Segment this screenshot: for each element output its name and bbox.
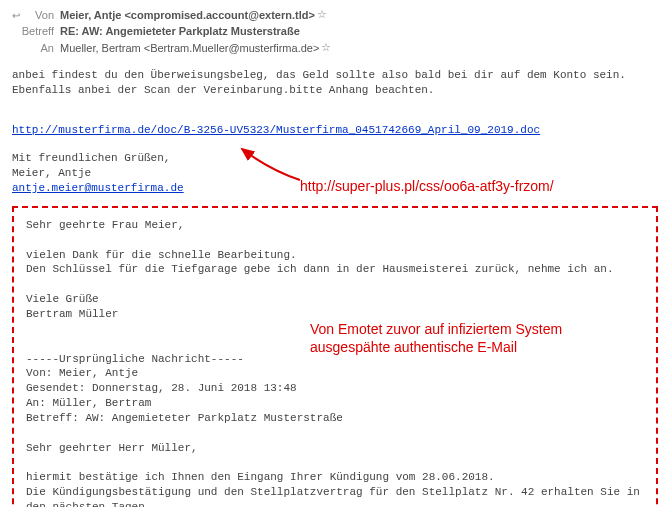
quoted-closing1: Viele Grüße Bertram Müller <box>26 293 118 320</box>
quoted-orig-body: hiermit bestätige ich Ihnen den Eingang … <box>26 471 647 507</box>
sig-email-link[interactable]: antje.meier@musterfirma.de <box>12 182 184 194</box>
star-icon[interactable]: ☆ <box>321 41 331 54</box>
email-body-intro: anbei findest du den Überweisungsbeleg, … <box>12 68 658 98</box>
annotation-note-line2: ausgespähte authentische E-Mail <box>310 339 517 355</box>
header-to-row: An Mueller, Bertram <Bertram.Mueller@mus… <box>12 41 658 54</box>
malicious-link[interactable]: http://musterfirma.de/doc/B-3256-UV5323/… <box>12 124 540 136</box>
annotation-note-line1: Von Emotet zuvor auf infiziertem System <box>310 321 562 337</box>
quoted-orig-greeting: Sehr geehrter Herr Müller, <box>26 442 198 454</box>
quoted-orig-header: -----Ursprüngliche Nachricht----- Von: M… <box>26 353 343 424</box>
quoted-email-box: Sehr geehrte Frau Meier, vielen Dank für… <box>12 206 658 507</box>
annotation-real-url: http://super-plus.pl/css/oo6a-atf3y-frzo… <box>300 178 554 194</box>
subject-value: RE: AW: Angemieteter Parkplatz Musterstr… <box>60 25 300 37</box>
sig-line2: Meier, Antje <box>12 167 91 179</box>
star-icon[interactable]: ☆ <box>317 8 327 21</box>
from-label: Von <box>26 9 60 21</box>
to-value: Mueller, Bertram <Bertram.Mueller@muster… <box>60 42 319 54</box>
subject-label: Betreff <box>12 25 60 37</box>
from-value: Meier, Antje <compromised.account@extern… <box>60 9 315 21</box>
sig-line1: Mit freundlichen Grüßen, <box>12 152 170 164</box>
annotation-note: Von Emotet zuvor auf infiziertem System … <box>310 320 562 356</box>
header-subject-row: Betreff RE: AW: Angemieteter Parkplatz M… <box>12 25 658 37</box>
malicious-link-block: http://musterfirma.de/doc/B-3256-UV5323/… <box>12 108 658 138</box>
quoted-thanks: vielen Dank für die schnelle Bearbeitung… <box>26 249 614 276</box>
reply-icon: ↩ <box>12 10 22 20</box>
quoted-greeting: Sehr geehrte Frau Meier, <box>26 219 184 231</box>
email-header: ↩ Von Meier, Antje <compromised.account@… <box>12 8 658 54</box>
to-label: An <box>12 42 60 54</box>
header-from-row: ↩ Von Meier, Antje <compromised.account@… <box>12 8 658 21</box>
